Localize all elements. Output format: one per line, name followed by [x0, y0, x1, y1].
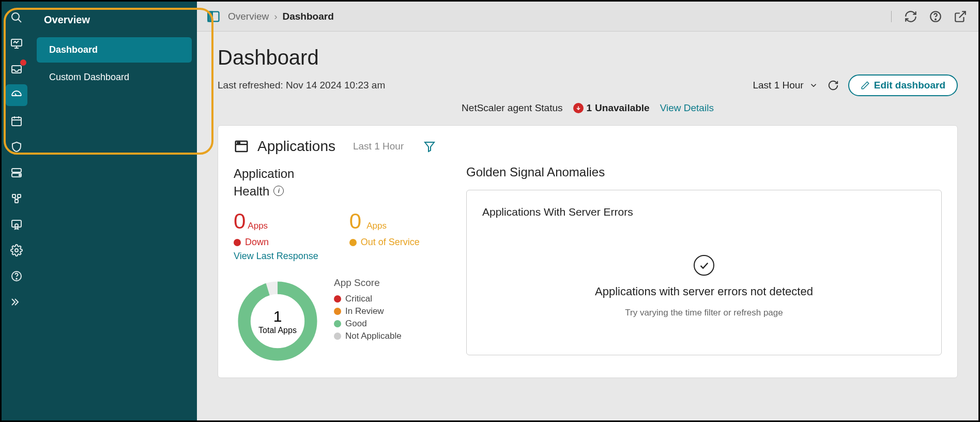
empty-hint: Try varying the time filter or refresh p… — [625, 308, 783, 318]
chevron-down-icon — [809, 81, 818, 90]
svg-point-13 — [19, 174, 20, 175]
svg-rect-26 — [208, 11, 212, 21]
agent-count: 1 — [587, 102, 592, 114]
oos-apps-label: Apps — [366, 221, 387, 231]
golden-signal-title: Golden Signal Anomalies — [466, 165, 942, 179]
agent-view-details-link[interactable]: View Details — [660, 102, 714, 114]
breadcrumb-root[interactable]: Overview — [228, 11, 269, 22]
server-errors-title: Applications With Server Errors — [482, 206, 926, 218]
last-refreshed: Last refreshed: Nov 14 2024 10:23 am — [218, 80, 385, 91]
svg-marker-35 — [425, 142, 434, 152]
filter-icon[interactable] — [423, 140, 436, 153]
legend-label: Not Applicable — [345, 331, 402, 341]
panel-toggle-icon[interactable] — [206, 9, 221, 24]
network-icon[interactable] — [6, 188, 27, 209]
golden-signal-section: Golden Signal Anomalies Applications Wit… — [466, 165, 942, 365]
oos-apps-stat: 0Apps Out of Service — [349, 209, 420, 263]
check-circle-icon — [694, 255, 714, 276]
main-area: Overview › Dashboard Dashboard Last refr… — [197, 2, 978, 420]
external-link-icon[interactable] — [952, 8, 969, 25]
svg-point-0 — [12, 13, 19, 20]
sidebar-item-dashboard[interactable]: Dashboard — [37, 37, 192, 63]
svg-rect-15 — [18, 194, 21, 198]
oos-label: Out of Service — [361, 237, 420, 248]
down-arrow-icon — [573, 103, 584, 113]
svg-point-21 — [15, 249, 18, 252]
breadcrumb-current: Dashboard — [283, 11, 334, 22]
card-header: Applications Last 1 Hour — [234, 138, 942, 155]
legend-dot-icon — [334, 295, 341, 303]
orange-dot-icon — [349, 239, 357, 246]
calendar-icon[interactable] — [6, 110, 27, 132]
shield-icon[interactable] — [6, 136, 27, 158]
page-title: Dashboard — [218, 46, 958, 69]
info-icon[interactable]: i — [273, 186, 284, 196]
divider — [891, 11, 892, 22]
window-icon — [234, 139, 249, 154]
breadcrumb: Overview › Dashboard — [228, 11, 334, 22]
application-health-section: Application Health i 0Apps Down View Las… — [234, 165, 446, 365]
down-count: 0 — [234, 209, 246, 234]
search-icon[interactable] — [6, 7, 27, 28]
svg-point-34 — [239, 142, 240, 143]
down-apps-stat: 0Apps Down View Last Response — [234, 209, 318, 263]
svg-point-23 — [16, 278, 17, 279]
sidebar-item-custom-dashboard[interactable]: Custom Dashboard — [37, 65, 192, 90]
help-circle-icon[interactable] — [927, 8, 944, 25]
svg-point-28 — [935, 19, 936, 20]
content: Dashboard Last refreshed: Nov 14 2024 10… — [197, 32, 978, 420]
pencil-icon — [861, 81, 870, 90]
app-score-donut: 1 Total Apps — [234, 277, 321, 365]
legend-label: Good — [345, 319, 367, 329]
inbox-icon[interactable] — [6, 58, 27, 80]
server-errors-box: Applications With Server Errors Applicat… — [466, 190, 942, 355]
legend-dot-icon — [334, 308, 341, 315]
notification-dot — [20, 59, 26, 66]
down-label: Down — [245, 237, 269, 248]
monitor-icon[interactable] — [6, 33, 27, 54]
legend-item: In Review — [334, 306, 402, 317]
icon-rail — [2, 2, 32, 420]
down-apps-label: Apps — [248, 221, 268, 231]
legend-item: Not Applicable — [334, 331, 402, 341]
time-range-label: Last 1 Hour — [753, 80, 803, 91]
servers-icon[interactable] — [6, 162, 27, 184]
legend-label: Critical — [345, 294, 372, 304]
edit-dashboard-button[interactable]: Edit dashboard — [848, 74, 958, 96]
applications-time-range: Last 1 Hour — [353, 141, 404, 152]
application-health-title: Application — [234, 165, 446, 183]
svg-point-20 — [15, 224, 18, 227]
certificate-icon[interactable] — [6, 214, 27, 235]
red-dot-icon — [234, 239, 241, 246]
applications-card: Applications Last 1 Hour Application Hea… — [218, 125, 958, 378]
legend-title: App Score — [334, 277, 402, 289]
edit-dashboard-label: Edit dashboard — [874, 80, 945, 91]
application-health-title2: Health i — [234, 183, 446, 200]
side-panel: Overview Dashboard Custom Dashboard — [32, 2, 197, 420]
svg-line-29 — [959, 11, 966, 18]
agent-status-value: 1 Unavailable — [573, 102, 650, 114]
donut-label: Total Apps — [258, 325, 297, 335]
svg-rect-14 — [12, 194, 16, 198]
view-last-response-link[interactable]: View Last Response — [234, 250, 318, 263]
dashboard-gauge-icon[interactable] — [6, 84, 27, 106]
legend-dot-icon — [334, 333, 341, 340]
refresh-small-icon[interactable] — [826, 79, 840, 92]
legend-item: Good — [334, 319, 402, 329]
refresh-row: Last refreshed: Nov 14 2024 10:23 am Las… — [218, 74, 958, 96]
refresh-icon[interactable] — [902, 8, 920, 25]
time-range-select[interactable]: Last 1 Hour — [753, 80, 818, 91]
agent-status-row: NetScaler agent Status 1 Unavailable Vie… — [218, 102, 958, 114]
svg-rect-11 — [12, 169, 21, 172]
svg-point-33 — [237, 142, 238, 143]
side-panel-title: Overview — [32, 9, 197, 35]
topbar: Overview › Dashboard — [197, 2, 978, 32]
expand-icon[interactable] — [6, 291, 27, 313]
chevron-right-icon: › — [274, 11, 277, 22]
settings-gear-icon[interactable] — [6, 239, 27, 261]
app-score-legend: App Score CriticalIn ReviewGoodNot Appli… — [334, 277, 402, 343]
agent-status-text: Unavailable — [595, 102, 650, 114]
help-icon[interactable] — [6, 265, 27, 287]
donut-total: 1 — [273, 308, 282, 325]
svg-rect-16 — [15, 200, 18, 203]
